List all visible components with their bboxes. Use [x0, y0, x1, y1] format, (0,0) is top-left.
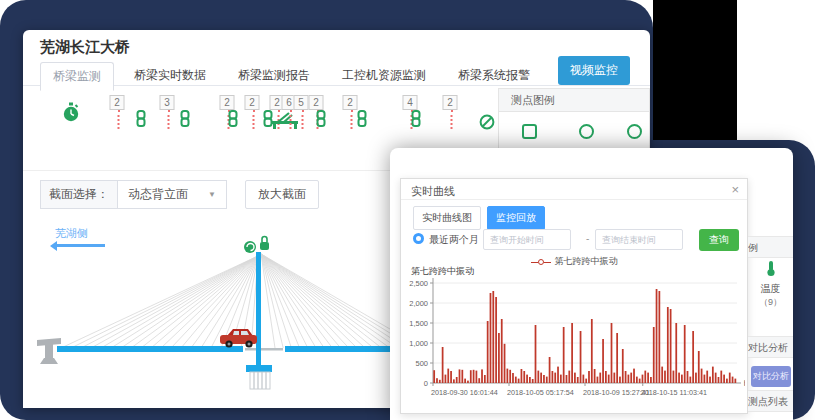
point-list-header: 测点列表 — [748, 390, 793, 412]
sidebar-legend-header: 例 — [748, 236, 793, 258]
popup-window: 实时曲线 × 实时曲线图监控回放 最近两个月 - 查询 第七跨跨中振动 第七跨跨… — [390, 148, 793, 420]
sensor-count-badge: 2 — [220, 92, 235, 110]
last-two-months-radio[interactable] — [413, 233, 424, 244]
sensor-count-badge: 4 — [403, 92, 418, 110]
pylon-sensor-icons — [244, 237, 269, 254]
temperature-label: 温度 — [748, 282, 793, 296]
chain-icon[interactable] — [315, 110, 327, 131]
point-legend-icons — [499, 112, 649, 150]
tab-bar: 桥梁监测桥梁实时数据桥梁监测报告工控机资源监测桥梁系统报警 视频监控 — [23, 62, 650, 86]
ban-icon[interactable] — [479, 114, 495, 134]
temperature-sensor-item[interactable]: 温度 （9） — [748, 260, 793, 309]
sensor-count-badge: 2 — [343, 92, 358, 110]
chain-icon[interactable] — [356, 110, 368, 131]
close-icon[interactable]: × — [731, 182, 739, 197]
compare-section-header: 对比分析 — [748, 336, 793, 358]
sensor-type-icon — [579, 124, 594, 139]
sensor-count-badge: 2 — [443, 92, 458, 110]
sensor-count-badge: 5 — [294, 92, 309, 110]
tab-1[interactable]: 桥梁实时数据 — [122, 62, 218, 91]
sensor-count-badge: 2 — [110, 92, 125, 110]
thermometer-icon — [765, 260, 777, 277]
sensor-type-icon — [627, 124, 642, 139]
query-start-time-input[interactable] — [483, 229, 571, 250]
tab-4[interactable]: 桥梁系统报警 — [446, 62, 542, 91]
sensor-type-icon — [522, 124, 537, 139]
popup-sidebar: 例 温度 （9） 对比分析 对比分析 测点列表 — [748, 148, 793, 420]
svg-text:2018-10-05 05:17:54: 2018-10-05 05:17:54 — [507, 388, 574, 397]
car — [220, 329, 257, 348]
date-separator: - — [586, 233, 589, 244]
svg-text:1,500: 1,500 — [409, 319, 428, 328]
page-title: 芜湖长江大桥 — [40, 38, 130, 57]
svg-text:2018-09-30 16:01:44: 2018-09-30 16:01:44 — [431, 388, 498, 397]
vibration-chart: 05001,0001,5002,0002,5002018-09-30 16:01… — [405, 275, 745, 405]
svg-text:2018-10-09 15:27:41: 2018-10-09 15:27:41 — [583, 388, 650, 397]
enlarge-section-button[interactable]: 放大截面 — [245, 180, 319, 209]
point-legend-panel: 测点图例 — [498, 88, 650, 150]
tab-3[interactable]: 工控机资源监测 — [330, 62, 438, 91]
sensor-count-badge: 3 — [160, 92, 175, 110]
tab-0[interactable]: 桥梁监测 — [40, 62, 114, 91]
chain-icon[interactable] — [410, 110, 422, 131]
chain-icon[interactable] — [135, 110, 147, 131]
section-controls: 截面选择： 动态背立面 ▼ 放大截面 — [40, 180, 319, 208]
last-two-months-label: 最近两个月 — [429, 233, 479, 247]
realtime-curve-dialog: 实时曲线 × 实时曲线图监控回放 最近两个月 - 查询 第七跨跨中振动 第七跨跨… — [400, 178, 748, 414]
truss-icon[interactable] — [271, 112, 299, 134]
svg-text:1,000: 1,000 — [409, 339, 428, 348]
svg-text:时间: 时间 — [744, 379, 745, 388]
svg-text:2,500: 2,500 — [409, 279, 428, 288]
chain-icon[interactable] — [227, 110, 239, 131]
query-end-time-input[interactable] — [595, 229, 683, 250]
section-select-label: 截面选择： — [40, 180, 117, 209]
dialog-header: 实时曲线 × — [401, 179, 747, 200]
sensor-count-badge: 2 — [245, 92, 260, 110]
section-view-value: 动态背立面 — [128, 186, 188, 203]
black-panel — [653, 0, 737, 140]
point-legend-title: 测点图例 — [499, 89, 649, 112]
stopwatch-icon[interactable] — [63, 102, 80, 127]
desktop: 芜湖长江大桥 桥梁监测桥梁实时数据桥梁监测报告工控机资源监测桥梁系统报警 视频监… — [0, 0, 815, 420]
chevron-down-icon: ▼ — [208, 190, 216, 199]
chain-icon[interactable] — [179, 110, 191, 131]
temperature-count: （9） — [748, 296, 793, 309]
section-view-select[interactable]: 动态背立面 ▼ — [117, 180, 227, 209]
svg-text:0: 0 — [424, 379, 428, 388]
legend-label: 第七跨跨中振动 — [555, 256, 618, 266]
search-button[interactable]: 查询 — [699, 229, 739, 251]
video-monitor-button[interactable]: 视频监控 — [558, 56, 630, 85]
query-row: 最近两个月 - 查询 — [413, 229, 743, 251]
legend-marker-icon — [531, 257, 551, 267]
sensor-count-badge: 2 — [309, 92, 324, 110]
dialog-title: 实时曲线 — [411, 184, 455, 199]
modal-tab-0[interactable]: 实时曲线图 — [413, 206, 481, 230]
compare-analysis-button[interactable]: 对比分析 — [751, 366, 791, 387]
svg-text:2,000: 2,000 — [409, 299, 428, 308]
modal-tab-1[interactable]: 监控回放 — [487, 206, 545, 230]
svg-text:500: 500 — [415, 359, 428, 368]
svg-text:2018-10-15 11:03:41: 2018-10-15 11:03:41 — [641, 388, 707, 397]
tab-2[interactable]: 桥梁监测报告 — [226, 62, 322, 91]
